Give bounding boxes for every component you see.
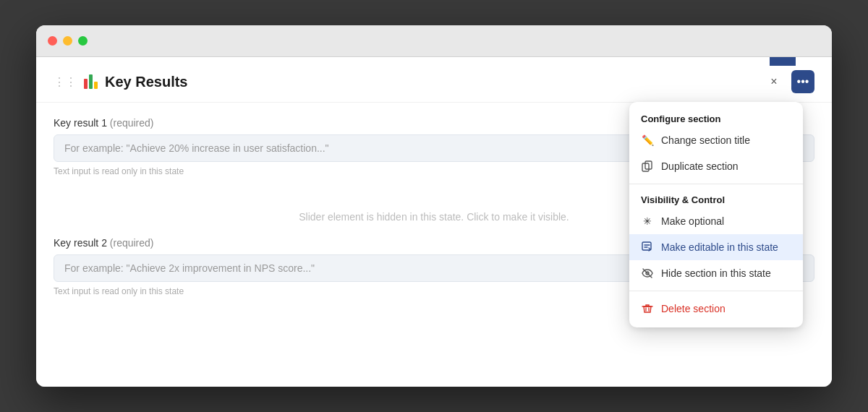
make-editable-menu-item[interactable]: Make editable in this state (629, 234, 803, 260)
section-title-area: ⋮⋮ Key Results (54, 74, 188, 90)
change-title-menu-item[interactable]: ✏️ Change section title (629, 127, 803, 153)
delete-section-menu-item[interactable]: Delete section (629, 296, 803, 322)
more-options-button[interactable]: ••• (791, 70, 814, 93)
app-window: ⋮⋮ Key Results × ••• Configure section ✏… (36, 25, 832, 387)
hide-section-menu-item[interactable]: Hide section in this state (629, 260, 803, 286)
titlebar (36, 25, 832, 57)
make-optional-label: Make optional (661, 215, 724, 227)
chart-bar-3 (94, 82, 98, 89)
close-button[interactable]: × (762, 70, 786, 93)
make-optional-menu-item[interactable]: ✳ Make optional (629, 208, 803, 234)
context-menu: Configure section ✏️ Change section titl… (629, 102, 803, 327)
eye-slash-icon (641, 267, 654, 280)
section-header: ⋮⋮ Key Results × ••• Configure section ✏… (36, 57, 832, 103)
duplicate-icon (641, 160, 654, 173)
pencil-icon: ✏️ (641, 134, 654, 147)
hide-section-label: Hide section in this state (661, 267, 771, 279)
section-title: Key Results (105, 74, 188, 90)
duplicate-label: Duplicate section (661, 160, 739, 172)
trash-icon (641, 302, 654, 315)
duplicate-section-menu-item[interactable]: Duplicate section (629, 153, 803, 179)
visibility-control-label: Visibility & Control (629, 189, 803, 208)
menu-divider-2 (629, 291, 803, 291)
make-editable-label: Make editable in this state (661, 241, 778, 253)
content-area: ⋮⋮ Key Results × ••• Configure section ✏… (36, 57, 832, 387)
chart-bar-1 (84, 79, 88, 89)
minimize-traffic-light[interactable] (63, 36, 72, 46)
close-traffic-light[interactable] (48, 36, 57, 46)
edit-state-icon (641, 241, 654, 254)
header-actions: × ••• Configure section ✏️ Change sectio… (762, 70, 814, 93)
chart-bar-2 (89, 74, 93, 89)
asterisk-icon: ✳ (641, 215, 654, 228)
configure-section-label: Configure section (629, 108, 803, 127)
partial-top-button (770, 57, 796, 66)
menu-divider-1 (629, 184, 803, 184)
traffic-lights (48, 36, 88, 46)
delete-section-label: Delete section (661, 303, 726, 314)
bar-chart-icon (84, 74, 98, 89)
change-title-label: Change section title (661, 134, 750, 146)
drag-handle-icon[interactable]: ⋮⋮ (54, 75, 77, 89)
maximize-traffic-light[interactable] (78, 36, 88, 46)
